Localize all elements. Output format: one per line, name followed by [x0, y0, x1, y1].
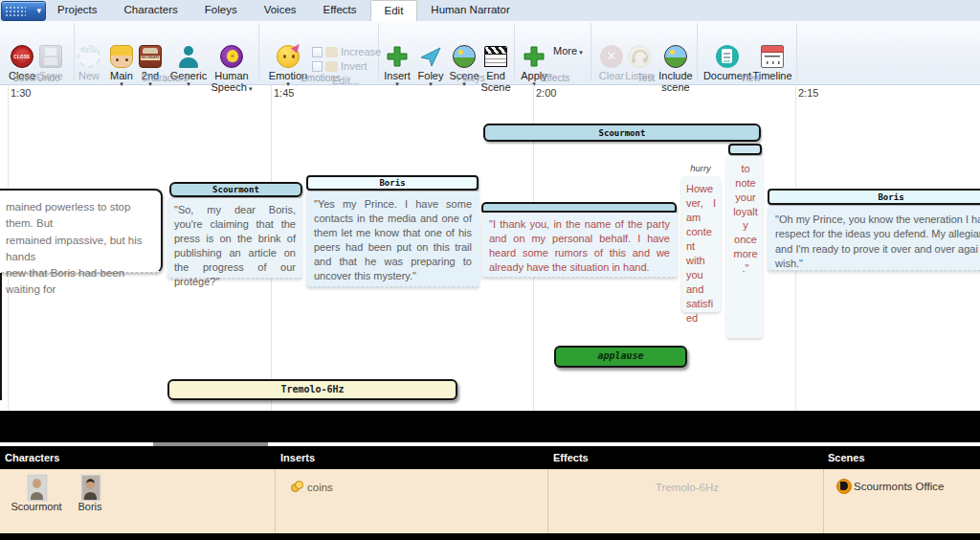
effect-item-tremolo[interactable]: Tremolo-6Hz: [632, 482, 743, 493]
time-marker: 1:30: [11, 87, 31, 99]
group-separator: [796, 23, 797, 80]
ribbon: Close Save New Main 2nd Generic Human Sp…: [0, 21, 980, 85]
coins-icon: [291, 481, 304, 492]
insert-icon: [386, 45, 409, 68]
speech-segment-text[interactable]: "I thank you, in the name of the party a…: [481, 213, 678, 278]
speech-clip-header-boris[interactable]: Boris: [768, 189, 980, 205]
speech-clip-header-boris[interactable]: Boris: [306, 175, 479, 191]
character-avatar-boris[interactable]: [81, 475, 100, 501]
end-scene-icon: [484, 45, 507, 68]
increase-checkbox[interactable]: [312, 47, 323, 57]
tab-edit[interactable]: Edit: [370, 0, 418, 21]
clipped-clip-edge: [0, 259, 2, 400]
panel-divider: [823, 469, 824, 533]
group-label-save-undo: Save/Undo: [12, 73, 59, 83]
more-effects-button[interactable]: More: [553, 45, 583, 56]
human-speech-button[interactable]: Human Speech: [210, 45, 254, 95]
include-scene-icon: [664, 45, 687, 68]
character-avatar-scourmont[interactable]: [28, 475, 47, 501]
end-scene-button[interactable]: End Scene: [473, 45, 519, 93]
character-name: Scourmont: [8, 501, 65, 512]
invert-checkbox[interactable]: [312, 61, 323, 72]
panel-header-effects: Effects: [553, 446, 589, 469]
foley-clip-tremolo[interactable]: Tremolo-6Hz: [167, 379, 457, 400]
speech-clip-header-scourmont[interactable]: Scourmont: [169, 182, 302, 197]
group-label-emotions: Emotions: [301, 73, 341, 83]
app-menu-icon[interactable]: [1, 1, 46, 21]
speech-clip-header-scourmont[interactable]: Scourmont: [483, 124, 761, 142]
increase-icon: [325, 47, 338, 57]
scene-thumb-icon: [836, 479, 852, 494]
timeline-footer-strip: [0, 411, 980, 442]
speech-clip-text[interactable]: "Yes my Prince. I have some contacts in …: [306, 191, 479, 287]
speech-segment-text[interactable]: However, I am content with you and satis…: [681, 176, 721, 312]
invert-icon: [325, 61, 338, 72]
group-label-foleys: Foleys: [457, 73, 484, 83]
second-character-icon: [139, 45, 162, 68]
generic-character-icon: [177, 45, 200, 68]
new-icon: [78, 45, 100, 68]
panel-header-scenes: Scenes: [828, 446, 865, 469]
group-label-characters: Characters: [142, 73, 189, 83]
document-icon: [716, 45, 739, 68]
time-marker: 2:00: [536, 87, 556, 99]
panel-header-characters: Characters: [5, 446, 59, 469]
tab-characters[interactable]: Characters: [111, 0, 191, 20]
tab-foleys[interactable]: Foleys: [191, 0, 251, 20]
increase-checkbox-row[interactable]: Increase: [312, 46, 381, 57]
include-scene-button[interactable]: Include scene: [653, 45, 699, 93]
tab-human-narrator[interactable]: Human Narrator: [417, 0, 523, 20]
group-label-view: View: [740, 73, 761, 83]
speech-clip-text[interactable]: "So, my dear Boris, you're claiming that…: [167, 198, 302, 279]
effect-clip-applause[interactable]: applause: [554, 346, 687, 368]
emotion-tag: hurry: [679, 163, 722, 173]
scene-item-scourmonts-office[interactable]: Scourmonts Office: [854, 481, 944, 492]
invert-checkbox-row[interactable]: Invert: [312, 60, 368, 72]
increase-label: Increase: [341, 46, 381, 57]
tab-projects[interactable]: Projects: [44, 0, 111, 20]
speech-segment-header[interactable]: [728, 144, 762, 155]
time-marker: 1:45: [274, 87, 294, 99]
group-label-test: Test: [637, 73, 655, 83]
invert-label: Invert: [341, 60, 368, 72]
tab-effects[interactable]: Effects: [310, 0, 370, 20]
ribbon-tabs: Projects Characters Foleys Voices Effect…: [44, 0, 523, 21]
tab-voices[interactable]: Voices: [251, 0, 310, 20]
timeline-icon: [761, 45, 784, 68]
panel-divider: [547, 469, 548, 533]
insert-item-coins[interactable]: coins: [307, 482, 333, 493]
panel-header-inserts: Inserts: [280, 446, 315, 469]
human-speech-label: Human Speech: [210, 70, 254, 95]
save-icon: [39, 45, 62, 68]
human-speech-icon: [220, 45, 243, 68]
time-marker: 2:15: [798, 87, 818, 99]
character-name: Boris: [61, 501, 119, 512]
library-panel: [0, 469, 980, 533]
speech-segment-header[interactable]: [481, 202, 677, 213]
listen-icon: [628, 45, 651, 68]
speech-segment-text[interactable]: to note your loyalty once more.": [726, 156, 763, 338]
panel-divider: [275, 469, 276, 533]
foley-icon: [419, 45, 442, 68]
speech-clip-text[interactable]: "Oh my Prince, you know the veneration I…: [768, 206, 980, 271]
include-scene-label: Include scene: [653, 70, 699, 93]
group-separator: [258, 23, 259, 80]
group-label-effects: Effects: [541, 73, 569, 83]
ribbon-tab-bar: Projects Characters Foleys Voices Effect…: [0, 0, 980, 22]
narration-clip[interactable]: mained powerless to stop them. But remai…: [0, 189, 163, 273]
app-window: Projects Characters Foleys Voices Effect…: [0, 0, 980, 540]
emotion-icon: [277, 45, 300, 68]
apply-icon: [523, 45, 546, 68]
bottom-strip: [0, 533, 980, 540]
